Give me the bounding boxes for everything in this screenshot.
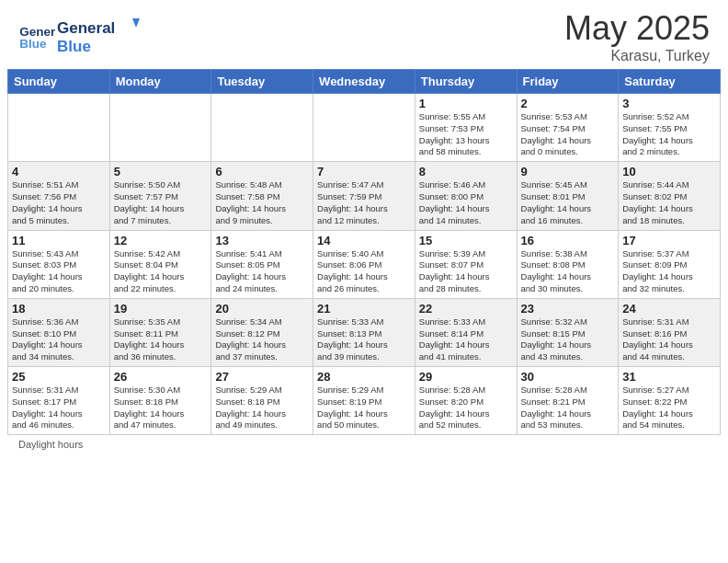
svg-text:General: General	[19, 25, 55, 39]
header-thursday: Thursday	[415, 70, 517, 94]
table-row: 20Sunrise: 5:34 AM Sunset: 8:12 PM Dayli…	[211, 298, 313, 366]
table-row	[313, 94, 415, 162]
table-row: 13Sunrise: 5:41 AM Sunset: 8:05 PM Dayli…	[211, 230, 313, 298]
table-row: 6Sunrise: 5:48 AM Sunset: 7:58 PM Daylig…	[211, 162, 313, 230]
table-row: 30Sunrise: 5:28 AM Sunset: 8:21 PM Dayli…	[517, 367, 619, 435]
table-row: 11Sunrise: 5:43 AM Sunset: 8:03 PM Dayli…	[8, 230, 110, 298]
svg-text:General: General	[57, 19, 115, 37]
table-row: 12Sunrise: 5:42 AM Sunset: 8:04 PM Dayli…	[109, 230, 211, 298]
table-row: 21Sunrise: 5:33 AM Sunset: 8:13 PM Dayli…	[313, 298, 415, 366]
table-row: 28Sunrise: 5:29 AM Sunset: 8:19 PM Dayli…	[313, 367, 415, 435]
svg-marker-4	[132, 18, 140, 28]
table-row: 1Sunrise: 5:55 AM Sunset: 7:53 PM Daylig…	[415, 94, 517, 162]
table-row: 4Sunrise: 5:51 AM Sunset: 7:56 PM Daylig…	[8, 162, 110, 230]
table-row	[109, 94, 211, 162]
header-friday: Friday	[517, 70, 619, 94]
header-sunday: Sunday	[8, 70, 110, 94]
table-row: 8Sunrise: 5:46 AM Sunset: 8:00 PM Daylig…	[415, 162, 517, 230]
table-row	[8, 94, 110, 162]
header-monday: Monday	[109, 70, 211, 94]
table-row: 15Sunrise: 5:39 AM Sunset: 8:07 PM Dayli…	[415, 230, 517, 298]
table-row: 22Sunrise: 5:33 AM Sunset: 8:14 PM Dayli…	[415, 298, 517, 366]
table-row: 16Sunrise: 5:38 AM Sunset: 8:08 PM Dayli…	[517, 230, 619, 298]
table-row: 2Sunrise: 5:53 AM Sunset: 7:54 PM Daylig…	[517, 94, 619, 162]
table-row: 23Sunrise: 5:32 AM Sunset: 8:15 PM Dayli…	[517, 298, 619, 366]
table-row: 9Sunrise: 5:45 AM Sunset: 8:01 PM Daylig…	[517, 162, 619, 230]
footer: Daylight hours	[0, 435, 728, 454]
table-row: 5Sunrise: 5:50 AM Sunset: 7:57 PM Daylig…	[109, 162, 211, 230]
logo-icon: General Blue	[18, 23, 55, 51]
calendar-week-row: 18Sunrise: 5:36 AM Sunset: 8:10 PM Dayli…	[8, 298, 721, 366]
table-row: 18Sunrise: 5:36 AM Sunset: 8:10 PM Dayli…	[8, 298, 110, 366]
table-row: 24Sunrise: 5:31 AM Sunset: 8:16 PM Dayli…	[619, 298, 721, 366]
logo: General Blue General Blue	[18, 17, 140, 58]
table-row: 29Sunrise: 5:28 AM Sunset: 8:20 PM Dayli…	[415, 367, 517, 435]
table-row: 31Sunrise: 5:27 AM Sunset: 8:22 PM Dayli…	[619, 367, 721, 435]
svg-text:Blue: Blue	[19, 37, 47, 51]
calendar-week-row: 11Sunrise: 5:43 AM Sunset: 8:03 PM Dayli…	[8, 230, 721, 298]
table-row: 25Sunrise: 5:31 AM Sunset: 8:17 PM Dayli…	[8, 367, 110, 435]
table-row: 3Sunrise: 5:52 AM Sunset: 7:55 PM Daylig…	[619, 94, 721, 162]
svg-text:Blue: Blue	[57, 38, 91, 55]
page-container: General Blue General Blue May 2025 Karas…	[0, 0, 728, 563]
page-header: General Blue General Blue May 2025 Karas…	[0, 0, 728, 69]
table-row: 7Sunrise: 5:47 AM Sunset: 7:59 PM Daylig…	[313, 162, 415, 230]
calendar-week-row: 1Sunrise: 5:55 AM Sunset: 7:53 PM Daylig…	[8, 94, 721, 162]
footer-text: Daylight hours	[18, 439, 83, 450]
calendar-table: Sunday Monday Tuesday Wednesday Thursday…	[7, 69, 721, 435]
calendar-week-row: 25Sunrise: 5:31 AM Sunset: 8:17 PM Dayli…	[8, 367, 721, 435]
table-row: 26Sunrise: 5:30 AM Sunset: 8:18 PM Dayli…	[109, 367, 211, 435]
header-wednesday: Wednesday	[313, 70, 415, 94]
table-row: 27Sunrise: 5:29 AM Sunset: 8:18 PM Dayli…	[211, 367, 313, 435]
calendar-header-row: Sunday Monday Tuesday Wednesday Thursday…	[8, 70, 721, 94]
calendar-week-row: 4Sunrise: 5:51 AM Sunset: 7:56 PM Daylig…	[8, 162, 721, 230]
table-row: 10Sunrise: 5:44 AM Sunset: 8:02 PM Dayli…	[619, 162, 721, 230]
table-row	[211, 94, 313, 162]
location: Karasu, Turkey	[564, 48, 710, 64]
header-tuesday: Tuesday	[211, 70, 313, 94]
logo-svg: General Blue	[57, 17, 140, 58]
month-title: May 2025	[564, 9, 710, 48]
table-row: 19Sunrise: 5:35 AM Sunset: 8:11 PM Dayli…	[109, 298, 211, 366]
title-block: May 2025 Karasu, Turkey	[564, 9, 710, 64]
header-saturday: Saturday	[619, 70, 721, 94]
table-row: 17Sunrise: 5:37 AM Sunset: 8:09 PM Dayli…	[619, 230, 721, 298]
table-row: 14Sunrise: 5:40 AM Sunset: 8:06 PM Dayli…	[313, 230, 415, 298]
